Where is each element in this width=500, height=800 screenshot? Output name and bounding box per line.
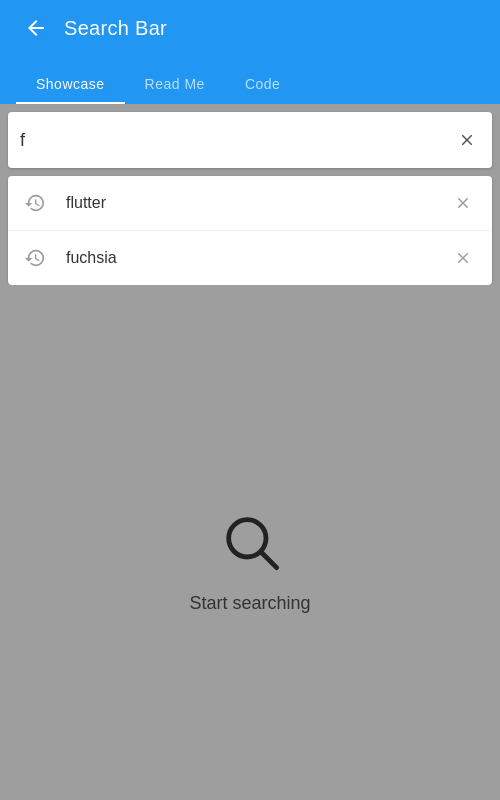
- search-input[interactable]: [20, 130, 454, 151]
- suggestion-item[interactable]: flutter: [8, 176, 492, 231]
- search-clear-button[interactable]: [454, 127, 480, 153]
- suggestion-text-flutter: flutter: [66, 194, 450, 212]
- suggestion-remove-flutter[interactable]: [450, 190, 476, 216]
- suggestion-text-fuchsia: fuchsia: [66, 249, 450, 267]
- history-icon-fuchsia: [24, 247, 46, 269]
- app-bar-title: Search Bar: [64, 17, 167, 40]
- search-empty-icon: [218, 509, 282, 577]
- empty-state-label: Start searching: [189, 593, 310, 614]
- empty-state: Start searching: [0, 285, 500, 797]
- tabs-bar: Showcase Read Me Code: [16, 56, 484, 104]
- back-button[interactable]: [16, 8, 56, 48]
- suggestion-remove-fuchsia[interactable]: [450, 245, 476, 271]
- close-small-icon-2: [454, 249, 472, 267]
- tab-readme[interactable]: Read Me: [125, 64, 225, 104]
- back-arrow-icon: [24, 16, 48, 40]
- history-icon-flutter: [24, 192, 46, 214]
- suggestions-list: flutter fuchsia: [8, 176, 492, 285]
- app-bar-top: Search Bar: [16, 0, 484, 56]
- search-container: [8, 112, 492, 168]
- suggestion-item[interactable]: fuchsia: [8, 231, 492, 285]
- close-icon: [458, 131, 476, 149]
- tab-showcase[interactable]: Showcase: [16, 64, 125, 104]
- svg-line-1: [262, 553, 277, 568]
- tab-code[interactable]: Code: [225, 64, 300, 104]
- close-small-icon: [454, 194, 472, 212]
- app-bar: Search Bar Showcase Read Me Code: [0, 0, 500, 104]
